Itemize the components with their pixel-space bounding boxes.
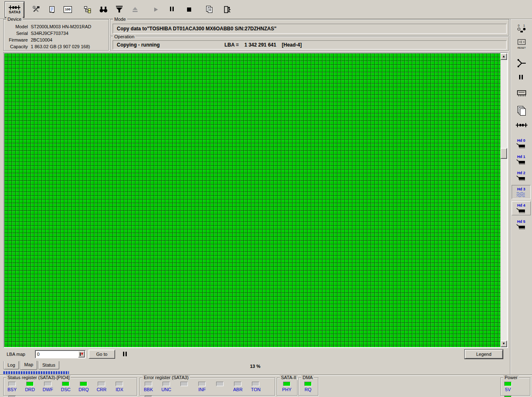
led-col-phy: PHY (277, 378, 296, 392)
bus-button[interactable] (510, 123, 532, 128)
lba-map-panel: ▲ ▼ (3, 52, 508, 348)
script-icon (49, 6, 55, 13)
led-unnamed-2 (216, 382, 224, 386)
led-crr (98, 382, 105, 386)
hd0-label: Hd 0 (517, 138, 525, 143)
sata3-port-button[interactable]: SATA3 (5, 2, 24, 17)
pause-button[interactable] (167, 4, 178, 15)
led-unc-label: UNC (158, 387, 175, 392)
pause-icon (170, 7, 175, 12)
device-serial-label: Serial (4, 30, 28, 37)
device-firmware-row: Firmware 2BC10004 (4, 37, 108, 43)
led-col-drd: DRD (22, 378, 38, 392)
tools-icon (32, 6, 40, 13)
led-rq-label: RQ (299, 387, 317, 392)
led-unnamed-1 (180, 382, 188, 386)
device-capacity-label: Capacity (4, 43, 28, 50)
exit-button[interactable] (222, 4, 233, 15)
hd5-label: Hd 5 (517, 219, 525, 224)
operation-groupbox: Operation Copying - running LBA = 1 342 … (110, 37, 509, 51)
device-serial-row: Serial S34RJ9CF703734 (4, 30, 108, 37)
device-firmware-label: Firmware (4, 37, 28, 43)
filter-button[interactable] (114, 4, 125, 15)
operation-field: Copying - running LBA = 1 342 291 641 [H… (113, 40, 507, 49)
stop-button[interactable] (184, 4, 195, 15)
pause-indicator-icon[interactable] (123, 352, 128, 357)
reset-button[interactable]: RESET (510, 39, 532, 49)
tools-button[interactable] (31, 4, 42, 15)
lba-block-map[interactable] (4, 53, 500, 347)
device-model-label: Model (4, 23, 28, 30)
led-idx-label: IDX (111, 387, 128, 392)
error-register-title: Error register (SATA3) (143, 375, 190, 380)
led-col-bbk: BBK (140, 378, 157, 392)
device-serial-value: S34RJ9CF703734 (31, 30, 69, 37)
eject-button[interactable] (130, 4, 140, 15)
tab-map[interactable]: Map (20, 361, 37, 370)
led-bsy (8, 382, 16, 386)
led-bbk-label: BBK (140, 387, 157, 392)
goto-button[interactable]: Go to (89, 350, 115, 359)
hd2-label: Hd 2 (517, 171, 525, 175)
led-dwf-label: DWF (39, 387, 56, 392)
error-register-groupbox: Error register (SATA3) BBK UNC INF ABR T… (140, 377, 275, 396)
bus-icon (516, 123, 527, 128)
hd1-button[interactable]: Hd 1 (512, 153, 531, 167)
recalibrate-button[interactable] (510, 89, 532, 99)
script-button[interactable] (47, 4, 57, 15)
hd4-button[interactable]: Hd 4 (512, 201, 531, 215)
led-col-bsy: BSY (4, 378, 20, 392)
binoculars-icon (99, 6, 108, 13)
hdd-icon (516, 207, 527, 214)
reset-icon: RESET (516, 39, 527, 49)
device-capacity-row: Capacity 1 863.02 GB (3 907 029 168) (4, 43, 108, 50)
hd3-button[interactable]: Hd 3 (512, 185, 531, 199)
device-firmware-value: 2BC10004 (31, 37, 52, 43)
dma-title: DMA (301, 375, 314, 380)
hd5-button[interactable]: Hd 5 (512, 217, 531, 232)
tree-button[interactable] (82, 4, 93, 15)
led-col-abr: ABR (229, 378, 246, 392)
power-connector-button[interactable] (510, 58, 532, 68)
led-col-err4 (212, 378, 228, 387)
scroll-up-button[interactable]: ▲ (500, 53, 507, 60)
led-dsc (62, 382, 69, 386)
device-capacity-value: 1 863.02 GB (3 907 029 168) (31, 43, 90, 50)
copy-button[interactable] (204, 4, 214, 15)
lba-input-wrap (35, 350, 86, 358)
led-abr (234, 382, 241, 386)
hdd-icon (516, 175, 527, 181)
device-model-row: Model ST2000LM003 HN-M201RAD (4, 23, 108, 30)
hundred-icon: 100 (64, 6, 71, 13)
mode-groupbox: Mode Copy data to"TOSHIBA DT01ACA300 MX6… (110, 19, 509, 36)
map-vertical-scrollbar[interactable]: ▲ ▼ (500, 53, 507, 347)
sata2-groupbox: SATA-II PHY (277, 377, 298, 396)
led-idx (116, 382, 123, 386)
right-sidebar: 0 1 RESET (510, 19, 532, 375)
lba-value: 1 342 291 641 (244, 42, 276, 48)
hd0-button[interactable]: Hd 0 (512, 136, 531, 150)
scroll-thumb[interactable] (500, 148, 507, 159)
led-col-inf: INF (194, 378, 210, 392)
legend-button[interactable]: Legend (465, 350, 503, 359)
hdd-active-icon (516, 191, 527, 197)
hdd-icon (516, 159, 527, 165)
search-button[interactable] (98, 4, 109, 15)
pages-button[interactable] (510, 105, 532, 116)
filter-icon (115, 6, 123, 13)
led-col-err: ERR (4, 392, 20, 397)
power-switch-button[interactable]: 0 1 (510, 23, 532, 33)
lba-marker-icon (79, 352, 84, 356)
scroll-down-button[interactable]: ▼ (500, 340, 507, 347)
hd2-button[interactable]: Hd 2 (512, 169, 531, 183)
sidebar-pause-button[interactable] (510, 75, 532, 80)
lba-marker-button[interactable] (78, 351, 85, 358)
hundred-button[interactable]: 100 (62, 4, 73, 15)
hdd-icon (516, 143, 527, 149)
hd3-label: Hd 3 (517, 187, 525, 191)
svg-text:RESET: RESET (517, 47, 526, 49)
progress-percent-label: 13 % (0, 364, 510, 369)
recalibrate-icon (516, 89, 527, 99)
start-button[interactable] (150, 4, 161, 15)
power-title: Power (503, 375, 519, 380)
